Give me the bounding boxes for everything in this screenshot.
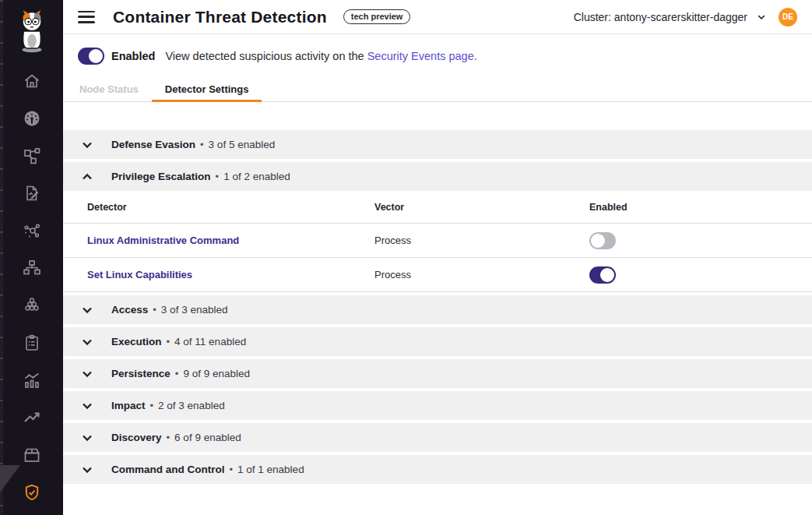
trend-arrow-icon[interactable]	[23, 408, 41, 427]
chevron-up-icon	[82, 171, 93, 182]
enabled-toggle[interactable]	[78, 48, 104, 65]
cat-mascot-icon	[14, 9, 50, 54]
status-card: Enabled View detected suspicious activit…	[63, 34, 812, 102]
chevron-down-icon	[82, 337, 93, 347]
tab-node-status[interactable]: Node Status	[66, 77, 152, 101]
detector-table-header: Detector Vector Enabled	[63, 191, 812, 224]
shield-check-icon[interactable]	[23, 483, 41, 502]
sidebar	[0, 0, 63, 515]
status-description: View detected suspicious activity on the…	[165, 50, 476, 62]
report-edit-icon[interactable]	[23, 184, 41, 203]
tech-preview-badge: tech preview	[343, 9, 411, 24]
chevron-down-icon	[82, 369, 93, 379]
column-header-vector: Vector	[374, 202, 589, 213]
section-access[interactable]: Access • 3 of 3 enabled	[63, 295, 812, 324]
clipboard-icon[interactable]	[23, 333, 41, 352]
chevron-down-icon	[82, 432, 93, 443]
column-header-detector: Detector	[87, 202, 374, 213]
detector-table: Detector Vector Enabled Linux Administra…	[63, 191, 812, 292]
topology-icon[interactable]	[23, 146, 41, 165]
detector-settings-panel: Defense Evasion • 3 of 5 enabled Privile…	[63, 102, 812, 515]
detector-toggle[interactable]	[589, 232, 616, 249]
security-events-link[interactable]: Security Events page.	[367, 50, 477, 62]
cluster-nodes-icon[interactable]	[23, 296, 41, 315]
section-persistence[interactable]: Persistence • 9 of 9 enabled	[63, 359, 812, 388]
package-icon[interactable]	[23, 446, 41, 464]
vector-value: Process	[374, 235, 589, 246]
section-impact[interactable]: Impact • 2 of 3 enabled	[63, 391, 812, 420]
cluster-selector-label: Cluster: antony-scarerskitter-dagger	[574, 11, 747, 23]
top-header: Container Threat Detection tech preview …	[63, 0, 812, 34]
user-avatar[interactable]: DE	[779, 8, 797, 26]
tab-detector-settings[interactable]: Detector Settings	[152, 77, 262, 101]
vector-value: Process	[374, 269, 589, 280]
section-privilege-escalation[interactable]: Privilege Escalation • 1 of 2 enabled	[63, 162, 812, 191]
network-graph-icon[interactable]	[23, 221, 41, 240]
menu-icon[interactable]	[78, 11, 95, 23]
table-row: Set Linux Capabilities Process	[63, 258, 812, 292]
gauge-icon[interactable]	[23, 109, 41, 128]
chevron-down-icon	[82, 305, 93, 316]
detector-toggle[interactable]	[589, 266, 616, 284]
app-logo[interactable]	[0, 9, 63, 54]
chevron-down-icon	[82, 400, 93, 411]
section-execution[interactable]: Execution • 4 of 11 enabled	[63, 327, 812, 356]
detector-link-linux-administrative-command[interactable]: Linux Administrative Command	[87, 235, 374, 246]
table-row: Linux Administrative Command Process	[63, 224, 812, 258]
section-command-and-control[interactable]: Command and Control • 1 of 1 enabled	[63, 455, 812, 484]
page-title: Container Threat Detection	[113, 8, 327, 26]
chevron-down-icon	[82, 464, 93, 475]
detector-link-set-linux-capabilities[interactable]: Set Linux Capabilities	[87, 269, 374, 280]
section-defense-evasion[interactable]: Defense Evasion • 3 of 5 enabled	[63, 130, 812, 159]
sidebar-nav	[0, 72, 63, 502]
chevron-down-icon	[82, 139, 93, 150]
sidebar-fold-decoration	[0, 465, 20, 492]
chevron-down-icon	[757, 12, 766, 22]
chart-metrics-icon[interactable]	[23, 371, 41, 390]
home-icon[interactable]	[23, 72, 41, 90]
column-header-enabled: Enabled	[589, 202, 812, 213]
section-discovery[interactable]: Discovery • 6 of 9 enabled	[63, 423, 812, 452]
sitemap-icon[interactable]	[23, 259, 41, 277]
cluster-selector[interactable]: Cluster: antony-scarerskitter-dagger	[574, 11, 766, 23]
tab-bar: Node Status Detector Settings	[66, 77, 262, 101]
enabled-label: Enabled	[111, 50, 155, 62]
